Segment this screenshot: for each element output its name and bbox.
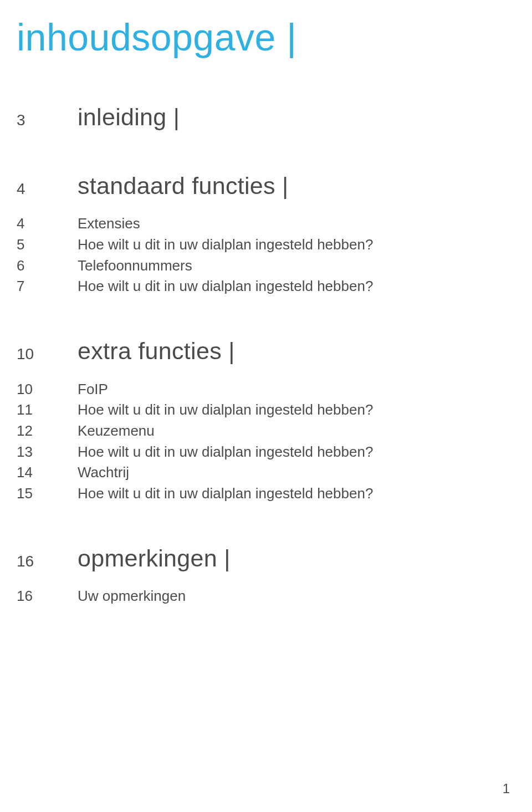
toc-item-page: 4 (17, 213, 78, 234)
page-title: inhoudsopgave | (17, 16, 513, 59)
toc-section-extra-functies: 10 extra functies | 10 FoIP 11 Hoe wilt … (17, 337, 513, 504)
toc-item-page: 10 (17, 379, 78, 400)
toc-page: inhoudsopgave | 3 inleiding | 4 standaar… (0, 0, 532, 607)
footer-page-number: 1 (503, 781, 510, 796)
toc-item-row: 10 FoIP (17, 379, 513, 400)
toc-item-page: 12 (17, 421, 78, 442)
toc-section-inleiding: 3 inleiding | (17, 103, 513, 132)
toc-item-row: 13 Hoe wilt u dit in uw dialplan ingeste… (17, 442, 513, 463)
toc-item-label: Wachtrij (78, 462, 129, 483)
toc-item-page: 6 (17, 256, 78, 277)
toc-item-label: Hoe wilt u dit in uw dialplan ingesteld … (78, 483, 373, 504)
toc-heading-page: 16 (17, 550, 78, 573)
toc-item-row: 5 Hoe wilt u dit in uw dialplan ingestel… (17, 234, 513, 256)
toc-item-row: 15 Hoe wilt u dit in uw dialplan ingeste… (17, 483, 513, 504)
toc-item-page: 15 (17, 483, 78, 504)
toc-item-label: Hoe wilt u dit in uw dialplan ingesteld … (78, 442, 373, 463)
toc-item-label: Hoe wilt u dit in uw dialplan ingesteld … (78, 400, 373, 421)
toc-item-page: 13 (17, 442, 78, 463)
toc-item-page: 7 (17, 276, 78, 297)
toc-item-label: FoIP (78, 379, 108, 400)
toc-item-page: 5 (17, 234, 78, 256)
toc-section-opmerkingen: 16 opmerkingen | 16 Uw opmerkingen (17, 544, 513, 607)
toc-heading-label: extra functies | (78, 337, 235, 366)
toc-item-row: 11 Hoe wilt u dit in uw dialplan ingeste… (17, 400, 513, 421)
toc-heading-row: 4 standaard functies | (17, 172, 513, 201)
toc-item-row: 7 Hoe wilt u dit in uw dialplan ingestel… (17, 276, 513, 297)
toc-heading-label: inleiding | (78, 103, 180, 132)
toc-heading-label: opmerkingen | (78, 544, 231, 573)
toc-item-label: Uw opmerkingen (78, 586, 186, 607)
toc-item-label: Hoe wilt u dit in uw dialplan ingesteld … (78, 276, 373, 297)
toc-heading-row: 3 inleiding | (17, 103, 513, 132)
toc-item-page: 14 (17, 462, 78, 483)
toc-item-row: 12 Keuzemenu (17, 421, 513, 442)
toc-item-row: 14 Wachtrij (17, 462, 513, 483)
toc-section-standaard-functies: 4 standaard functies | 4 Extensies 5 Hoe… (17, 172, 513, 297)
toc-item-label: Telefoonnummers (78, 256, 192, 277)
toc-item-label: Keuzemenu (78, 421, 155, 442)
toc-item-row: 6 Telefoonnummers (17, 256, 513, 277)
toc-item-page: 16 (17, 586, 78, 607)
toc-item-row: 16 Uw opmerkingen (17, 586, 513, 607)
toc-heading-row: 16 opmerkingen | (17, 544, 513, 573)
toc-heading-row: 10 extra functies | (17, 337, 513, 366)
toc-heading-page: 4 (17, 178, 78, 201)
toc-heading-page: 3 (17, 109, 78, 132)
toc-heading-label: standaard functies | (78, 172, 289, 201)
toc-item-label: Hoe wilt u dit in uw dialplan ingesteld … (78, 234, 373, 256)
toc-heading-page: 10 (17, 343, 78, 366)
toc-item-page: 11 (17, 400, 78, 421)
toc-item-label: Extensies (78, 213, 140, 234)
toc-item-row: 4 Extensies (17, 213, 513, 234)
